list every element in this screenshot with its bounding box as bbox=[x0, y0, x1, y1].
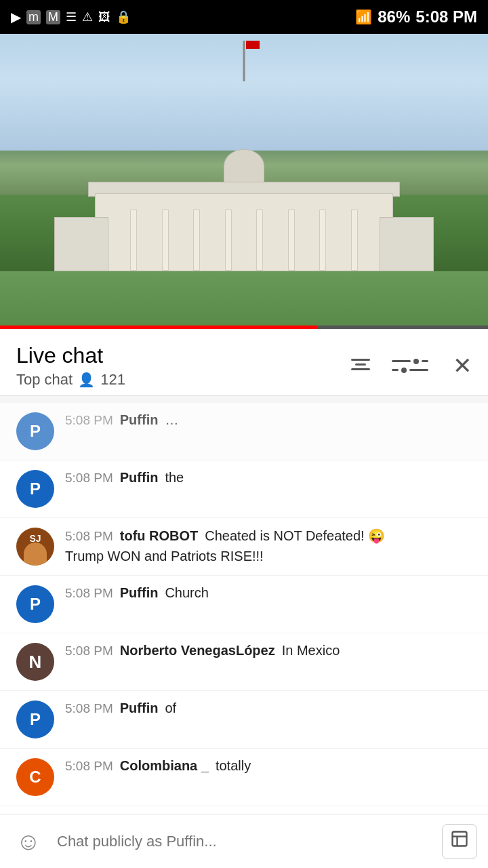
message-meta: 5:08 PM Norberto VenegasLópez In Mexico bbox=[65, 643, 472, 658]
time-display: 5:08 PM bbox=[415, 7, 477, 26]
flag-pole bbox=[243, 41, 245, 81]
message-time: 5:08 PM bbox=[65, 586, 113, 601]
battery-text: 86% bbox=[378, 7, 410, 26]
message-content: 5:08 PM Puffin Church bbox=[65, 585, 472, 601]
filter-line-2 bbox=[355, 363, 366, 366]
list-item: P 5:08 PM Puffin of bbox=[0, 691, 488, 749]
svg-rect-0 bbox=[453, 832, 467, 846]
avatar: P bbox=[16, 412, 54, 450]
list-item: C 5:08 PM Colombiana _ totally bbox=[0, 749, 488, 806]
filter-line-1 bbox=[351, 359, 370, 361]
message-time: 5:08 PM bbox=[65, 413, 113, 428]
message-text: of bbox=[165, 701, 176, 716]
message-time: 5:08 PM bbox=[65, 644, 113, 658]
wh-columns-row bbox=[96, 194, 392, 271]
wh-left-wing bbox=[54, 217, 108, 271]
status-bar-left: ▶ m M ☰ ⚠ 🖼 🔒 bbox=[11, 9, 131, 25]
status-bar-right: 📶 86% 5:08 PM bbox=[355, 7, 477, 26]
message-content: 5:08 PM Puffin … bbox=[65, 412, 472, 428]
avatar: C bbox=[16, 758, 54, 796]
message-meta: 5:08 PM Puffin the bbox=[65, 470, 472, 486]
list-item: 5:08 PM tofu ROBOT Cheated is NOT Defeat… bbox=[0, 518, 488, 576]
send-icon bbox=[450, 829, 469, 853]
viewer-icon: 👤 bbox=[78, 372, 95, 388]
emoji-button[interactable]: ☺ bbox=[11, 824, 46, 859]
message-time: 5:08 PM bbox=[65, 529, 113, 544]
message-meta: 5:08 PM Puffin Church bbox=[65, 585, 472, 601]
message-text: the bbox=[165, 470, 184, 486]
list-item: P 5:08 PM Puffin the bbox=[0, 460, 488, 518]
send-button[interactable] bbox=[442, 824, 477, 859]
message-content: 5:08 PM Norberto VenegasLópez In Mexico bbox=[65, 643, 472, 658]
wh-dome bbox=[224, 149, 264, 183]
filter-line-3 bbox=[351, 368, 370, 370]
close-icon[interactable]: ✕ bbox=[453, 354, 472, 377]
live-chat-title: Live chat bbox=[16, 342, 125, 368]
message-meta: 5:08 PM Colombiana _ totally bbox=[65, 758, 472, 774]
chat-header-right: ✕ bbox=[351, 354, 472, 377]
list-item: P 5:08 PM Puffin … bbox=[0, 403, 488, 460]
emoji-icon: ☺ bbox=[16, 827, 41, 856]
message-content: 5:08 PM Puffin of bbox=[65, 701, 472, 716]
avatar: P bbox=[16, 470, 54, 508]
youtube-icon: ▶ bbox=[11, 9, 21, 25]
message-author: Colombiana _ bbox=[120, 758, 209, 774]
settings-sliders-icon[interactable] bbox=[392, 359, 428, 373]
message-time: 5:08 PM bbox=[65, 759, 113, 774]
wh-col bbox=[193, 210, 200, 271]
viewer-count: 121 bbox=[100, 371, 125, 389]
avatar: P bbox=[16, 585, 54, 623]
wh-col bbox=[225, 210, 232, 271]
video-player[interactable] bbox=[0, 34, 488, 326]
message-author: Puffin bbox=[120, 701, 159, 716]
message-text: Church bbox=[165, 585, 208, 601]
chat-input[interactable] bbox=[57, 824, 431, 859]
wh-right-wing bbox=[380, 217, 434, 271]
message-author: tofu ROBOT bbox=[120, 528, 199, 544]
status-bar: ▶ m M ☰ ⚠ 🖼 🔒 📶 86% 5:08 PM bbox=[0, 0, 488, 34]
wifi-icon: 📶 bbox=[355, 9, 372, 25]
avatar: P bbox=[16, 701, 54, 738]
message-author: Puffin bbox=[120, 412, 159, 428]
message-meta: 5:08 PM tofu ROBOT Cheated is NOT Defeat… bbox=[65, 528, 472, 544]
message-content: 5:08 PM tofu ROBOT Cheated is NOT Defeat… bbox=[65, 528, 472, 566]
messages-area: P 5:08 PM Puffin … P 5:08 PM Puffin the … bbox=[0, 396, 488, 868]
warning-icon: ⚠ bbox=[82, 9, 93, 24]
message-content: 5:08 PM Puffin the bbox=[65, 470, 472, 486]
notification-icon2: M bbox=[46, 10, 60, 24]
filter-button[interactable] bbox=[351, 359, 370, 373]
wh-col bbox=[351, 210, 358, 271]
message-text: Cheated is NOT Defeated! 😜 bbox=[205, 528, 385, 544]
file-icon: ☰ bbox=[66, 9, 77, 24]
message-time: 5:08 PM bbox=[65, 471, 113, 486]
message-text: … bbox=[165, 412, 178, 428]
message-meta: 5:08 PM Puffin … bbox=[65, 412, 472, 428]
wh-main-building bbox=[95, 193, 393, 271]
wh-col bbox=[288, 210, 295, 271]
avatar bbox=[16, 643, 54, 681]
wh-col bbox=[130, 210, 137, 271]
chat-input-area: ☺ bbox=[0, 814, 488, 868]
message-author: Norberto VenegasLópez bbox=[120, 643, 275, 658]
chat-header: Live chat Top chat 👤 121 bbox=[0, 329, 488, 396]
message-content: 5:08 PM Colombiana _ totally bbox=[65, 758, 472, 774]
wh-col bbox=[319, 210, 326, 271]
top-chat-label[interactable]: Top chat bbox=[16, 371, 73, 389]
flag bbox=[246, 41, 260, 49]
avatar bbox=[16, 528, 54, 566]
message-meta: 5:08 PM Puffin of bbox=[65, 701, 472, 716]
image-icon: 🖼 bbox=[98, 10, 110, 24]
chat-header-left: Live chat Top chat 👤 121 bbox=[16, 342, 125, 389]
video-grass bbox=[0, 271, 488, 326]
wh-col bbox=[162, 210, 169, 271]
message-text: totally bbox=[216, 758, 251, 774]
message-text-block: Trump WON and Patriots RISE!!! bbox=[65, 547, 472, 566]
lock-icon: 🔒 bbox=[116, 9, 131, 24]
chat-subtitle: Top chat 👤 121 bbox=[16, 371, 125, 389]
list-item: P 5:08 PM Puffin Church bbox=[0, 576, 488, 633]
message-author: Puffin bbox=[120, 470, 159, 486]
wh-col bbox=[256, 210, 263, 271]
list-item: 5:08 PM Norberto VenegasLópez In Mexico bbox=[0, 633, 488, 691]
message-time: 5:08 PM bbox=[65, 701, 113, 716]
message-author: Puffin bbox=[120, 585, 159, 601]
